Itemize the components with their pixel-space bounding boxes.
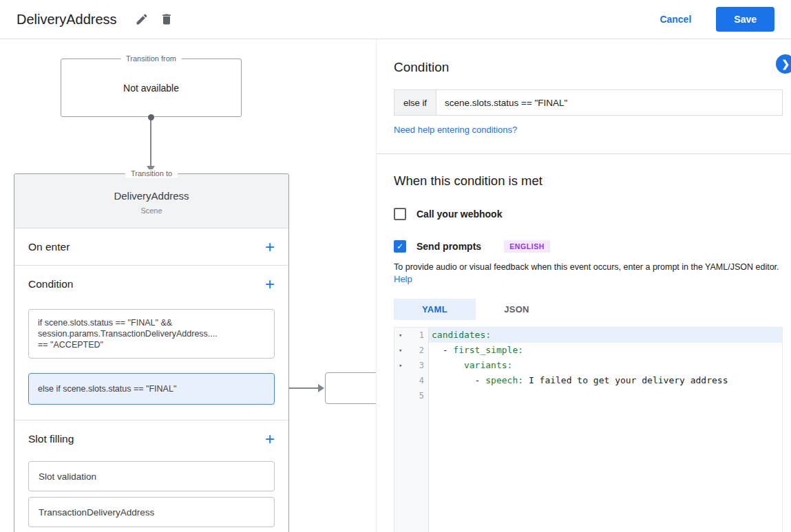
code-text[interactable] xyxy=(429,388,782,403)
fold-icon[interactable]: ▾ xyxy=(399,328,402,343)
scene-card: Transition to DeliveryAddress Scene On e… xyxy=(14,173,289,532)
cancel-button[interactable]: Cancel xyxy=(660,14,691,25)
condition-card-elseif[interactable]: else if scene.slots.status == "FINAL" xyxy=(28,373,275,405)
connector-vertical-line xyxy=(150,117,151,167)
code-text[interactable]: - speech: I failed to get your delivery … xyxy=(429,373,782,388)
tab-json[interactable]: JSON xyxy=(476,299,558,320)
language-badge: ENGLISH xyxy=(504,240,550,253)
page-title: DeliveryAddress xyxy=(17,12,117,28)
transition-to-label: Transition to xyxy=(125,169,178,178)
condition-if-line: if scene.slots.status == "FINAL" && xyxy=(38,317,265,328)
line-number: 5 xyxy=(419,388,424,403)
collapse-panel-button[interactable]: ❯ xyxy=(776,54,791,74)
transition-from-node: Transition from Not available xyxy=(61,58,242,117)
fold-icon[interactable]: ▾ xyxy=(399,343,402,358)
slot-validation-card[interactable]: Slot validation xyxy=(28,461,275,491)
code-text[interactable]: candidates: xyxy=(429,328,782,343)
condition-if-line: session.params.TransactionDeliveryAddres… xyxy=(38,328,265,339)
prompts-description: To provide audio or visual feedback when… xyxy=(394,262,783,286)
condition-card-if[interactable]: if scene.slots.status == "FINAL" && sess… xyxy=(28,309,275,359)
scene-card-subtitle: Scene xyxy=(14,206,288,215)
condition-prefix: else if xyxy=(394,90,436,115)
conditions-help-link[interactable]: Need help entering conditions? xyxy=(394,125,517,135)
yaml-code-editor[interactable]: ▾1 candidates: ▾2 - first_simple: ▾3 var… xyxy=(394,327,783,532)
prompts-description-text: To provide audio or visual feedback when… xyxy=(394,262,779,272)
app-window: DeliveryAddress Cancel Save Transition f… xyxy=(0,0,791,532)
add-icon[interactable]: + xyxy=(265,240,275,254)
code-line[interactable]: ▾1 candidates: xyxy=(394,328,782,343)
condition-section-divider xyxy=(14,405,288,421)
on-enter-section: On enter + xyxy=(14,228,288,266)
line-number: 3 xyxy=(419,358,424,373)
code-text[interactable]: variants: xyxy=(429,358,782,373)
code-line[interactable]: 5 xyxy=(394,388,782,403)
scene-card-title: DeliveryAddress xyxy=(14,190,288,202)
line-number: 4 xyxy=(419,373,424,388)
delete-button[interactable] xyxy=(156,8,178,30)
transition-from-label: Transition from xyxy=(120,54,182,63)
chevron-right-icon: ❯ xyxy=(781,58,790,70)
webhook-label[interactable]: Call your webhook xyxy=(416,209,502,220)
scene-flow-canvas: Transition from Not available Transition… xyxy=(0,39,376,532)
check-icon: ✓ xyxy=(397,242,403,251)
fold-icon[interactable]: ▾ xyxy=(399,358,402,373)
panel-divider xyxy=(377,153,791,154)
save-button[interactable]: Save xyxy=(716,7,774,32)
condition-section-label: Condition xyxy=(28,278,74,290)
condition-met-title: When this condition is met xyxy=(394,173,783,189)
line-number: 2 xyxy=(419,343,424,358)
code-line[interactable]: 4 - speech: I failed to get your deliver… xyxy=(394,373,782,388)
code-line[interactable]: ▾2 - first_simple: xyxy=(394,343,782,358)
code-line[interactable]: ▾3 variants: xyxy=(394,358,782,373)
tab-yaml[interactable]: YAML xyxy=(394,299,476,320)
delete-icon xyxy=(160,12,173,26)
slot-filling-label: Slot filling xyxy=(28,433,74,445)
add-icon[interactable]: + xyxy=(265,432,275,446)
condition-section: Condition + xyxy=(14,266,288,303)
edit-button[interactable] xyxy=(131,8,153,30)
condition-input-row: else if xyxy=(394,89,783,116)
send-prompts-label[interactable]: Send prompts xyxy=(416,241,481,252)
topbar: DeliveryAddress Cancel Save xyxy=(0,0,791,39)
on-enter-label: On enter xyxy=(28,241,70,253)
code-text[interactable]: - first_simple: xyxy=(429,343,782,358)
condition-editor-panel: ❯ Condition else if Need help entering c… xyxy=(376,39,791,532)
panel-title: Condition xyxy=(394,60,783,75)
slot-delivery-address-card[interactable]: TransactionDeliveryAddress xyxy=(28,497,275,527)
slot-filling-section: Slot filling + xyxy=(14,421,288,458)
help-link[interactable]: Help xyxy=(394,274,412,284)
line-number: 1 xyxy=(419,328,424,343)
condition-expression-input[interactable] xyxy=(436,90,782,115)
send-prompts-checkbox[interactable]: ✓ xyxy=(394,240,406,253)
scene-card-header[interactable]: DeliveryAddress Scene xyxy=(14,174,288,228)
connector-start-dot xyxy=(148,114,154,120)
webhook-row: Call your webhook xyxy=(394,208,783,220)
transition-from-content: Not available xyxy=(123,83,179,94)
edit-icon xyxy=(135,12,149,26)
connector-arrowhead-right xyxy=(318,384,324,392)
add-icon[interactable]: + xyxy=(265,277,275,291)
condition-if-line: == "ACCEPTED" xyxy=(38,339,265,350)
webhook-checkbox[interactable] xyxy=(394,208,406,220)
send-prompts-row: ✓ Send prompts ENGLISH xyxy=(394,240,783,253)
editor-tabs: YAML JSON xyxy=(394,299,783,320)
